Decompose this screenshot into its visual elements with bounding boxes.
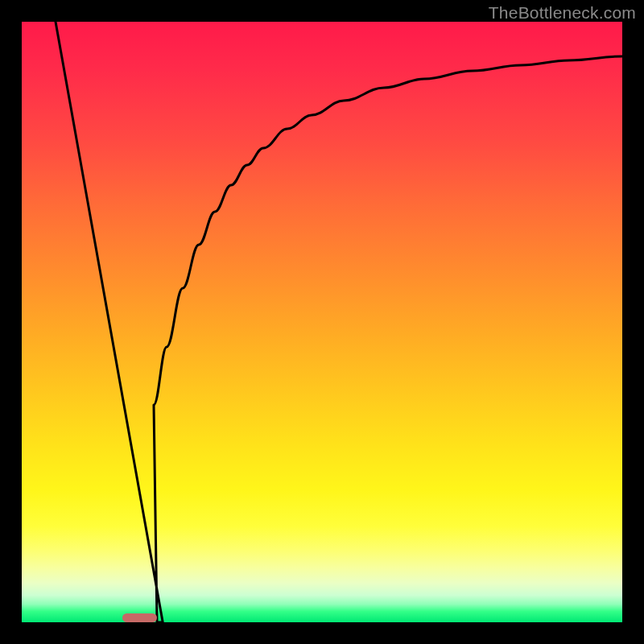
bottom-marker	[122, 613, 157, 622]
watermark-text: TheBottleneck.com	[489, 3, 636, 23]
bottleneck-curve	[22, 22, 622, 622]
curve-path	[56, 22, 622, 622]
chart-stage: TheBottleneck.com	[0, 0, 644, 644]
plot-area	[22, 22, 622, 622]
